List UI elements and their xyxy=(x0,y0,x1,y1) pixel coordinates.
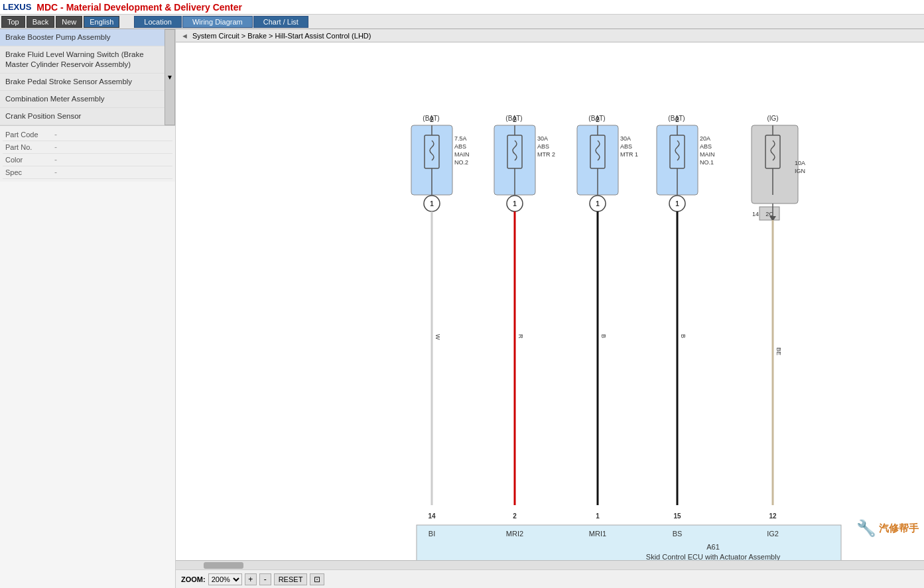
part-no-label: Part No. xyxy=(5,143,52,151)
svg-text:2: 2 xyxy=(513,512,517,520)
app-logo: LEXUS xyxy=(3,2,31,12)
sidebar-properties: Part Code - Part No. - Color - Spec - xyxy=(0,125,175,182)
svg-text:BS: BS xyxy=(673,530,683,538)
svg-text:W: W xyxy=(434,334,441,340)
svg-text:ABS: ABS xyxy=(700,143,712,150)
svg-text:MRI2: MRI2 xyxy=(506,530,523,538)
svg-rect-59 xyxy=(752,125,798,204)
svg-text:MTR 2: MTR 2 xyxy=(537,151,555,158)
svg-text:MAIN: MAIN xyxy=(700,151,715,158)
svg-text:B: B xyxy=(600,334,607,338)
part-code-label: Part Code xyxy=(5,131,52,139)
zoom-reset-button[interactable]: RESET xyxy=(274,573,308,585)
svg-text:1: 1 xyxy=(430,200,434,207)
sidebar-list: Brake Booster Pump Assembly Brake Fluid … xyxy=(0,29,165,125)
svg-text:MRI1: MRI1 xyxy=(589,530,606,538)
zoom-label: ZOOM: xyxy=(181,575,206,583)
svg-text:BE: BE xyxy=(775,347,782,355)
horizontal-scrollbar[interactable] xyxy=(176,560,924,569)
svg-text:14: 14 xyxy=(428,512,436,520)
svg-text:A61: A61 xyxy=(706,543,720,551)
svg-text:ABS: ABS xyxy=(454,143,466,150)
svg-text:1: 1 xyxy=(513,200,517,207)
wiring-diagram: (BAT) 7.5A ABS MAIN NO.2 2 1 W xyxy=(176,42,905,560)
zoom-in-button[interactable]: + xyxy=(245,573,257,585)
svg-text:IGN: IGN xyxy=(795,168,805,174)
svg-text:Skid Control ECU with Actuator: Skid Control ECU with Actuator Assembly xyxy=(646,553,781,560)
svg-text:1: 1 xyxy=(596,200,600,207)
svg-text:1: 1 xyxy=(596,512,600,520)
svg-text:NO.1: NO.1 xyxy=(700,159,714,166)
sidebar-item-1[interactable]: Brake Fluid Level Warning Switch (Brake … xyxy=(0,46,165,74)
sidebar-item-2[interactable]: Brake Pedal Stroke Sensor Assembly xyxy=(0,74,165,91)
svg-text:(IG): (IG) xyxy=(767,115,778,122)
svg-text:7.5A: 7.5A xyxy=(454,135,467,142)
color-label: Color xyxy=(5,156,52,164)
svg-text:BI: BI xyxy=(429,530,435,538)
svg-text:10A: 10A xyxy=(795,160,805,166)
svg-text:2: 2 xyxy=(430,116,434,123)
breadcrumb: System Circuit > Brake > Hill-Start Assi… xyxy=(192,32,371,40)
spec-label: Spec xyxy=(5,168,52,176)
svg-text:MTR 1: MTR 1 xyxy=(620,151,638,158)
new-button[interactable]: New xyxy=(56,16,82,28)
svg-text:1: 1 xyxy=(675,200,679,207)
svg-text:ABS: ABS xyxy=(620,143,632,150)
svg-text:30A: 30A xyxy=(537,135,548,142)
sidebar-item-0[interactable]: Brake Booster Pump Assembly xyxy=(0,29,165,46)
top-button[interactable]: Top xyxy=(1,16,25,28)
svg-text:IG2: IG2 xyxy=(767,530,779,538)
svg-text:14: 14 xyxy=(752,211,759,217)
svg-text:2: 2 xyxy=(513,116,517,123)
svg-text:15: 15 xyxy=(673,512,681,520)
svg-text:12: 12 xyxy=(769,512,777,520)
sidebar-item-4[interactable]: Crank Position Sensor xyxy=(0,108,165,125)
svg-text:NO.2: NO.2 xyxy=(454,159,468,166)
svg-text:B: B xyxy=(680,334,687,338)
sidebar-scroll-button[interactable]: ▼ xyxy=(165,29,175,125)
svg-text:2: 2 xyxy=(596,116,600,123)
breadcrumb-arrow: ◄ xyxy=(181,32,188,40)
svg-text:R: R xyxy=(517,334,524,339)
svg-text:ABS: ABS xyxy=(537,143,549,150)
app-title: MDC - Material Development & Delivery Ce… xyxy=(36,2,242,13)
diagram-area[interactable]: (BAT) 7.5A ABS MAIN NO.2 2 1 W xyxy=(176,42,924,560)
back-button[interactable]: Back xyxy=(27,16,54,28)
zoom-fit-button[interactable]: ⊡ xyxy=(310,573,324,585)
svg-text:2: 2 xyxy=(675,116,679,123)
svg-text:30A: 30A xyxy=(620,135,631,142)
tab-location[interactable]: Location xyxy=(134,16,182,28)
sidebar-item-3[interactable]: Combination Meter Assembly xyxy=(0,91,165,108)
svg-text:20A: 20A xyxy=(700,135,710,142)
zoom-select[interactable]: 200% 50% 100% 150% 300% xyxy=(208,573,242,585)
language-button[interactable]: English xyxy=(84,16,119,28)
svg-text:MAIN: MAIN xyxy=(454,151,470,158)
zoom-out-button[interactable]: - xyxy=(259,573,271,585)
tab-wiring[interactable]: Wiring Diagram xyxy=(182,16,253,28)
tab-chart[interactable]: Chart / List xyxy=(253,16,308,28)
